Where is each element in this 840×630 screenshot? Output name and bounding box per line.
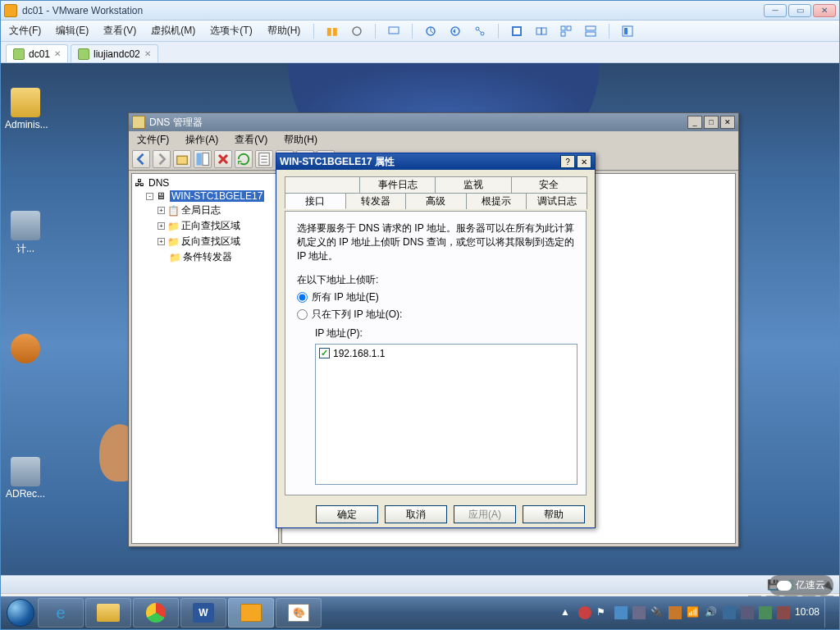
pause-icon[interactable]: ▮▮ [324, 23, 340, 39]
tray-icon[interactable] [632, 606, 646, 619]
ok-button[interactable]: 确定 [316, 505, 378, 523]
menu-help[interactable]: 帮助(H) [264, 22, 304, 39]
delete-icon[interactable] [214, 150, 232, 168]
properties-titlebar[interactable]: WIN-STC1BGELE17 属性 ? ✕ [276, 153, 595, 170]
volume-icon[interactable]: 🔊 [705, 606, 718, 619]
guest-desktop[interactable]: Adminis... 计... ADRec... DNS 管理器 _ □ [1, 63, 839, 629]
minimize-button[interactable]: ─ [764, 4, 787, 17]
tray-icon[interactable] [578, 606, 591, 619]
tab-interfaces[interactable]: 接口 [285, 193, 346, 209]
tab-monitor[interactable]: 监视 [435, 176, 511, 193]
expand-icon[interactable]: + [158, 207, 165, 214]
send-cad-icon[interactable] [386, 23, 402, 39]
host-start-button[interactable] [4, 596, 37, 629]
taskbtn-ie[interactable]: e [38, 598, 84, 628]
taskbtn-paint[interactable]: 🎨 [276, 598, 322, 628]
desktop-icon[interactable] [5, 334, 46, 365]
snapshot-icon[interactable] [422, 23, 439, 39]
menu-view[interactable]: 查看(V) [100, 22, 139, 39]
tab-roothints[interactable]: 根提示 [466, 193, 527, 209]
tree-server[interactable]: - 🖥 WIN-STC1BGELE17 [135, 189, 276, 203]
tray-icon[interactable] [614, 606, 628, 619]
tab-dc01[interactable]: dc01 ✕ [6, 44, 68, 62]
tree-root[interactable]: 🖧 DNS [135, 176, 276, 189]
radio-all-ip[interactable]: 所有 IP 地址(E) [297, 290, 574, 304]
snapshot-revert-icon[interactable] [447, 23, 463, 39]
snapshot-manager-icon[interactable] [472, 23, 488, 39]
tab-close-icon[interactable]: ✕ [54, 49, 61, 58]
menu-tabs[interactable]: 选项卡(T) [207, 22, 255, 39]
show-desktop-button[interactable] [824, 598, 831, 628]
tray-icon[interactable] [723, 606, 736, 619]
menu-view[interactable]: 查看(V) [231, 132, 271, 148]
power-icon[interactable] [349, 23, 365, 39]
network-icon[interactable]: 📶 [687, 606, 700, 619]
expand-icon[interactable]: + [158, 222, 165, 230]
tree-node[interactable]: + 📋 全局日志 [135, 203, 276, 218]
vmware-titlebar[interactable]: dc01 - VMware Workstation ─ ▭ ✕ [1, 1, 839, 21]
library-icon[interactable] [619, 23, 636, 39]
help-button[interactable]: ? [560, 155, 575, 168]
taskbtn-chrome[interactable] [133, 598, 179, 628]
menu-help[interactable]: 帮助(H) [281, 132, 321, 148]
menu-file[interactable]: 文件(F) [6, 22, 44, 39]
tray-icon[interactable] [777, 606, 790, 619]
tree-node[interactable]: + 📁 反向查找区域 [135, 234, 276, 249]
menu-file[interactable]: 文件(F) [134, 132, 172, 148]
menu-vm[interactable]: 虚拟机(M) [148, 22, 199, 39]
tab-forwarders[interactable]: 转发器 [345, 193, 407, 209]
taskbtn-vmware[interactable] [228, 598, 274, 628]
forward-icon[interactable] [153, 150, 171, 168]
close-button[interactable]: ✕ [813, 4, 836, 17]
ip-list-item[interactable]: ✓ 192.168.1.1 [319, 348, 573, 359]
tray-icon[interactable] [741, 606, 754, 619]
power-icon[interactable]: 🔌 [651, 606, 664, 619]
tab-advanced[interactable]: 高级 [405, 193, 467, 209]
maximize-button[interactable]: □ [704, 116, 719, 129]
vmware-guest-area[interactable]: Adminis... 计... ADRec... DNS 管理器 _ □ [1, 63, 839, 629]
radio-input[interactable] [297, 309, 308, 320]
dns-titlebar[interactable]: DNS 管理器 _ □ ✕ [129, 113, 738, 131]
tab-eventlog[interactable]: 事件日志 [359, 176, 436, 193]
back-icon[interactable] [132, 150, 150, 168]
collapse-icon[interactable]: - [146, 193, 153, 200]
ip-address-list[interactable]: ✓ 192.168.1.1 [315, 344, 578, 485]
properties-icon[interactable] [255, 150, 273, 168]
dns-tree[interactable]: 🖧 DNS - 🖥 WIN-STC1BGELE17 + 📋 全局日志 [131, 173, 279, 544]
menu-edit[interactable]: 编辑(E) [52, 22, 92, 39]
desktop-icon[interactable]: Adminis... [5, 88, 46, 130]
console-view-icon[interactable] [558, 23, 574, 39]
thumbnail-icon[interactable] [582, 23, 599, 39]
menu-action[interactable]: 操作(A) [182, 132, 221, 148]
tab-liujiandc02[interactable]: liujiandc02 ✕ [71, 44, 158, 62]
tree-node[interactable]: + 📁 正向查找区域 [135, 218, 276, 234]
refresh-icon[interactable] [235, 150, 253, 168]
radio-input[interactable] [297, 292, 308, 303]
tray-icon[interactable] [759, 606, 772, 619]
host-clock[interactable]: 10:08 [795, 607, 819, 618]
tab-close-icon[interactable]: ✕ [144, 49, 151, 58]
desktop-icon[interactable]: ADRec... [5, 457, 46, 500]
up-icon[interactable] [173, 150, 191, 168]
tab-security[interactable]: 安全 [511, 176, 587, 193]
show-hide-icon[interactable] [194, 150, 212, 168]
close-button[interactable]: ✕ [720, 116, 735, 129]
expand-icon[interactable]: + [158, 238, 165, 245]
desktop-icon[interactable]: 计... [5, 211, 46, 256]
unity-icon[interactable] [533, 23, 550, 39]
tree-node[interactable]: 📁 条件转发器 [135, 249, 276, 265]
apply-button[interactable]: 应用(A) [454, 505, 516, 523]
fullscreen-icon[interactable] [509, 23, 525, 39]
taskbtn-explorer[interactable] [85, 598, 131, 628]
action-center-icon[interactable]: ⚑ [596, 606, 609, 619]
close-button[interactable]: ✕ [577, 155, 591, 168]
tab-debuglog[interactable]: 调试日志 [526, 193, 587, 209]
radio-only-ip[interactable]: 只在下列 IP 地址(O): [297, 308, 574, 322]
minimize-button[interactable]: _ [687, 116, 702, 129]
maximize-button[interactable]: ▭ [788, 4, 811, 17]
cancel-button[interactable]: 取消 [385, 505, 447, 523]
tray-up-icon[interactable]: ▲ [560, 606, 573, 619]
taskbtn-word[interactable]: W [180, 598, 226, 628]
tray-icon[interactable] [669, 606, 682, 619]
checkbox-checked-icon[interactable]: ✓ [319, 348, 330, 358]
